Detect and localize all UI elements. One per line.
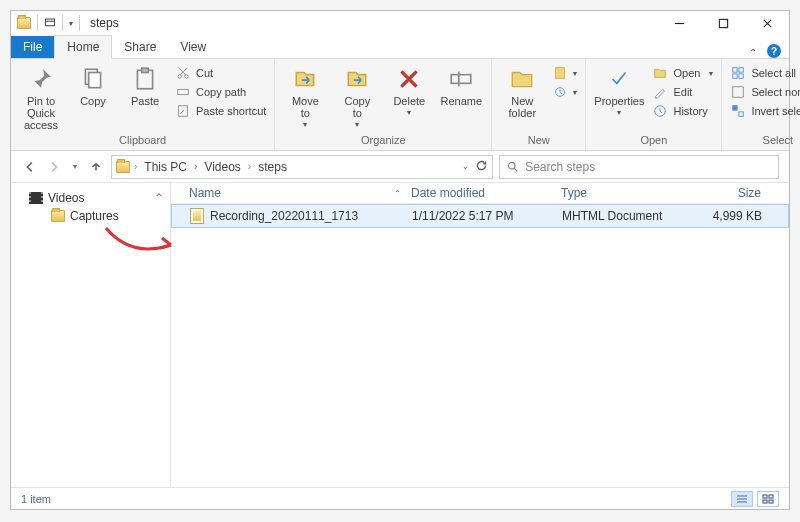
svg-rect-1 bbox=[719, 19, 727, 27]
separator bbox=[62, 15, 63, 31]
rename-button[interactable]: Rename bbox=[439, 63, 483, 107]
pin-to-quick-access-button[interactable]: Pin to Quick access bbox=[19, 63, 63, 131]
edit-button[interactable]: Edit bbox=[652, 84, 713, 100]
navigation-tree: Videos ⌃ Captures bbox=[11, 183, 171, 487]
refresh-button[interactable] bbox=[475, 159, 488, 175]
status-bar: 1 item bbox=[11, 487, 789, 509]
svg-rect-15 bbox=[739, 68, 743, 72]
move-to-button[interactable]: Move to▾ bbox=[283, 63, 327, 130]
address-bar[interactable]: › This PC › Videos › steps ⌄ bbox=[111, 155, 493, 179]
svg-rect-3 bbox=[89, 73, 101, 88]
file-row[interactable]: Recording_20220111_1713 1/11/2022 5:17 P… bbox=[171, 204, 789, 228]
open-button[interactable]: Open▾ bbox=[652, 65, 713, 81]
file-type: MHTML Document bbox=[562, 209, 692, 223]
group-clipboard: Pin to Quick access Copy Paste Cut Copy … bbox=[11, 59, 275, 150]
tab-home[interactable]: Home bbox=[54, 35, 112, 59]
navigation-bar: ▾ › This PC › Videos › steps ⌄ Search st… bbox=[11, 151, 789, 183]
paste-shortcut-icon bbox=[175, 103, 191, 119]
thumbnails-view-button[interactable] bbox=[757, 491, 779, 507]
item-count: 1 item bbox=[21, 493, 51, 505]
column-type[interactable]: Type bbox=[561, 186, 691, 200]
address-dropdown-icon[interactable]: ⌄ bbox=[458, 162, 473, 171]
file-explorer-window: ▾ steps File Home Share View ⌃ ? Pin to … bbox=[10, 10, 790, 510]
maximize-button[interactable] bbox=[701, 11, 745, 35]
group-open: Properties▾ Open▾ Edit History Open bbox=[586, 59, 722, 150]
easy-access-icon bbox=[552, 84, 568, 100]
label: Delete bbox=[393, 95, 425, 107]
delete-button[interactable]: Delete▾ bbox=[387, 63, 431, 118]
new-folder-button[interactable]: New folder bbox=[500, 63, 544, 119]
tree-item-videos[interactable]: Videos ⌃ bbox=[15, 189, 166, 207]
forward-button[interactable] bbox=[45, 158, 63, 176]
group-label: Open bbox=[594, 134, 713, 148]
sort-indicator-icon: ⌃ bbox=[394, 189, 401, 198]
details-view-button[interactable] bbox=[731, 491, 753, 507]
annotation-arrow bbox=[101, 223, 181, 263]
svg-rect-17 bbox=[739, 74, 743, 78]
copy-to-icon bbox=[341, 65, 373, 93]
separator bbox=[79, 15, 80, 31]
search-box[interactable]: Search steps bbox=[499, 155, 779, 179]
copy-path-icon bbox=[175, 84, 191, 100]
svg-point-21 bbox=[509, 162, 516, 169]
svg-rect-25 bbox=[769, 500, 773, 503]
tab-share[interactable]: Share bbox=[112, 36, 168, 58]
svg-rect-8 bbox=[178, 89, 189, 94]
chevron-right-icon[interactable]: › bbox=[246, 161, 253, 172]
svg-rect-23 bbox=[769, 495, 773, 498]
select-all-button[interactable]: Select all bbox=[730, 65, 800, 81]
minimize-button[interactable] bbox=[657, 11, 701, 35]
history-button[interactable]: History bbox=[652, 103, 713, 119]
label: Rename bbox=[441, 95, 483, 107]
group-label: New bbox=[500, 134, 577, 148]
svg-rect-11 bbox=[556, 68, 565, 79]
app-folder-icon bbox=[17, 17, 31, 29]
recent-locations-icon[interactable]: ▾ bbox=[69, 162, 81, 171]
search-placeholder: Search steps bbox=[525, 160, 595, 174]
tab-file[interactable]: File bbox=[11, 36, 54, 58]
column-name[interactable]: Name⌃ bbox=[171, 186, 411, 200]
chevron-right-icon[interactable]: › bbox=[192, 161, 199, 172]
qat-dropdown-icon[interactable]: ▾ bbox=[69, 19, 73, 28]
cut-button[interactable]: Cut bbox=[175, 65, 266, 81]
folder-icon bbox=[51, 210, 65, 222]
crumb-this-pc[interactable]: This PC bbox=[141, 160, 190, 174]
window-title: steps bbox=[90, 16, 119, 30]
paste-button[interactable]: Paste bbox=[123, 63, 167, 107]
select-none-button[interactable]: Select none bbox=[730, 84, 800, 100]
up-button[interactable] bbox=[87, 158, 105, 176]
title-bar: ▾ steps bbox=[11, 11, 789, 35]
ribbon: Pin to Quick access Copy Paste Cut Copy … bbox=[11, 59, 789, 151]
qat-item-icon[interactable] bbox=[44, 16, 56, 31]
crumb-steps[interactable]: steps bbox=[255, 160, 290, 174]
new-item-button[interactable]: ▾ bbox=[552, 65, 577, 81]
mhtml-file-icon bbox=[190, 208, 204, 224]
crumb-videos[interactable]: Videos bbox=[201, 160, 243, 174]
paste-shortcut-button[interactable]: Paste shortcut bbox=[175, 103, 266, 119]
close-button[interactable] bbox=[745, 11, 789, 35]
invert-selection-button[interactable]: Invert selection bbox=[730, 103, 800, 119]
copy-icon bbox=[77, 65, 109, 93]
copy-path-button[interactable]: Copy path bbox=[175, 84, 266, 100]
new-folder-icon bbox=[506, 65, 538, 93]
collapse-ribbon-icon[interactable]: ⌃ bbox=[743, 47, 763, 58]
svg-rect-0 bbox=[46, 19, 55, 26]
file-name: Recording_20220111_1713 bbox=[210, 209, 358, 223]
tab-view[interactable]: View bbox=[168, 36, 218, 58]
column-size[interactable]: Size bbox=[691, 186, 771, 200]
easy-access-button[interactable]: ▾ bbox=[552, 84, 577, 100]
file-size: 4,999 KB bbox=[692, 209, 772, 223]
chevron-right-icon[interactable]: › bbox=[132, 161, 139, 172]
pin-icon bbox=[25, 65, 57, 93]
copy-button[interactable]: Copy bbox=[71, 63, 115, 107]
tree-item-captures[interactable]: Captures bbox=[15, 207, 166, 225]
help-icon[interactable]: ? bbox=[767, 44, 781, 58]
search-icon bbox=[506, 160, 519, 173]
copy-to-button[interactable]: Copy to▾ bbox=[335, 63, 379, 130]
svg-rect-10 bbox=[452, 75, 472, 84]
properties-button[interactable]: Properties▾ bbox=[594, 63, 644, 118]
column-date[interactable]: Date modified bbox=[411, 186, 561, 200]
history-icon bbox=[652, 103, 668, 119]
back-button[interactable] bbox=[21, 158, 39, 176]
paste-icon bbox=[129, 65, 161, 93]
